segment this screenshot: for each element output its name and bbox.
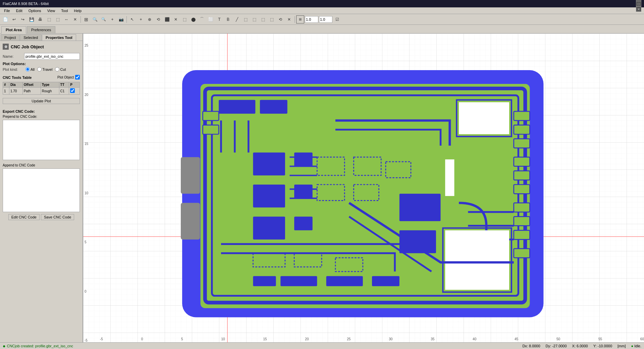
add-btn[interactable]: + [137, 15, 145, 23]
tool7-btn[interactable]: ⬚ [180, 15, 189, 23]
col-num: # [3, 82, 9, 88]
col-tt: TT [59, 82, 69, 88]
y-label-25: 25 [85, 44, 99, 47]
ic-center2 [399, 230, 436, 253]
ic6 [294, 216, 313, 230]
tool15-btn[interactable]: ⬚ [250, 15, 258, 23]
ic4 [294, 153, 313, 166]
radio-cut-input[interactable] [55, 67, 59, 71]
row-p-checkbox[interactable] [70, 88, 75, 93]
radio-travel[interactable]: Travel [37, 67, 52, 71]
idle-status: ● Idle. [631, 344, 641, 348]
menu-view[interactable]: View [45, 8, 58, 13]
plot-object-row: Plot Object [57, 75, 80, 80]
pad-tl2 [260, 100, 287, 114]
new-btn[interactable]: 📄 [1, 15, 9, 23]
grid-lock-btn[interactable]: ☑ [333, 15, 341, 23]
del-btn[interactable]: ✕ [71, 15, 79, 23]
y-label: Y: [593, 344, 597, 348]
main-content: Project Selected Properties Tool ⚙ CNC J… [0, 34, 644, 342]
x-label-10: 10 [221, 337, 225, 341]
select-btn[interactable]: ↖ [128, 15, 136, 23]
save-btn[interactable]: 💾 [28, 15, 36, 23]
toolbar: 📄 ↩ ↪ 💾 🖶 ⬚ ⬚ ↔ ✕ ⊞ 🔍 🔍 + 📷 ↖ + ⊕ ⟲ ⬛ ✕ … [0, 14, 644, 25]
menu-options[interactable]: Options [26, 8, 44, 13]
move-btn[interactable]: ↔ [62, 15, 70, 23]
tool8-btn[interactable]: ⬤ [189, 15, 197, 23]
idle-text: Idle. [634, 344, 641, 348]
cell-type: Rough [41, 88, 59, 95]
bold-tool-btn[interactable]: B [224, 15, 232, 23]
menu-help[interactable]: Help [71, 8, 84, 13]
grid-x-input[interactable] [305, 16, 318, 23]
x-label-0: 0 [141, 337, 143, 341]
print-btn[interactable]: 🖶 [36, 15, 44, 23]
export-section: Export CNC Code: Prepend to CNC Code: Ap… [3, 109, 80, 220]
x-label: X: [572, 344, 576, 348]
hconn-bot2 [280, 276, 317, 286]
zoom-fit-btn[interactable]: ⊞ [82, 15, 90, 23]
name-input[interactable] [24, 53, 80, 60]
tool10-btn[interactable]: ⬜ [207, 15, 215, 23]
tool6-btn[interactable]: ✕ [172, 15, 180, 23]
tab-project[interactable]: Project [1, 34, 19, 41]
zoom-out-btn[interactable]: 🔍 [100, 15, 108, 23]
y-display: Y: -10.0000 [593, 344, 612, 348]
panel-title-text: CNC Job Object [11, 44, 44, 49]
sep1 [80, 16, 81, 23]
tool4-btn[interactable]: ⟲ [154, 15, 162, 23]
grid-y-input[interactable] [319, 16, 332, 23]
tool18-btn[interactable]: ⟲ [276, 15, 284, 23]
prepend-label: Prepend to CNC Code: [3, 115, 80, 118]
text-tool-btn[interactable]: T [215, 15, 223, 23]
tool5-btn[interactable]: ⬛ [163, 15, 171, 23]
menu-edit[interactable]: Edit [13, 8, 25, 13]
status-circle: ● [3, 343, 5, 349]
radio-cut[interactable]: Cut [55, 67, 66, 71]
menu-file[interactable]: File [1, 8, 13, 13]
tool16-btn[interactable]: ⬚ [259, 15, 267, 23]
cam-btn[interactable]: 📷 [117, 15, 125, 23]
copy-btn[interactable]: ⬚ [45, 15, 53, 23]
pad-l2 [203, 125, 219, 134]
tool19-btn[interactable]: ✕ [285, 15, 293, 23]
tools-table-body: 1 1.70 Path Rough C1 [3, 88, 80, 95]
plot-options-label: Plot Options: [3, 62, 80, 66]
line-tool-btn[interactable]: ╱ [233, 15, 241, 23]
ic3 [253, 216, 285, 239]
radio-all-input[interactable] [25, 67, 30, 71]
radio-travel-input[interactable] [37, 67, 42, 71]
save-cnc-button[interactable]: Save CNC Code [41, 214, 74, 220]
dy-display: Dy: -27.0000 [546, 344, 567, 348]
dx-label: Dx: [522, 344, 528, 348]
app-title: FlatCAM 8.908 BETA - 64bit [3, 2, 49, 6]
tool3-btn[interactable]: ⊕ [146, 15, 154, 23]
tab-plot-area[interactable]: Plot Area [1, 26, 26, 34]
zoom-in2-btn[interactable]: + [108, 15, 116, 23]
edit-cnc-button[interactable]: Edit CNC Code [8, 214, 40, 220]
prepend-textarea[interactable] [3, 120, 80, 160]
tab-selected[interactable]: Selected [20, 34, 42, 41]
radio-all[interactable]: All [25, 67, 35, 71]
menu-tool[interactable]: Tool [58, 8, 70, 13]
maximize-button[interactable]: □ [636, 1, 641, 6]
canvas-area[interactable]: 25 20 15 10 5 0 -5 -5 0 5 10 15 20 25 30… [83, 34, 644, 342]
tool9-btn[interactable]: ⌒ [198, 15, 206, 23]
undo-btn[interactable]: ↩ [10, 15, 18, 23]
redo-btn[interactable]: ↪ [19, 15, 27, 23]
paste-btn[interactable]: ⬚ [54, 15, 62, 23]
cell-num: 1 [3, 88, 9, 95]
plot-object-checkbox[interactable] [75, 75, 80, 80]
export-label: Export CNC Code: [3, 109, 80, 113]
tab-preferences[interactable]: Preferences [27, 26, 55, 33]
tab-properties-tool[interactable]: Properties Tool [42, 34, 76, 41]
tool14-btn[interactable]: ⬚ [241, 15, 250, 23]
append-textarea[interactable] [3, 168, 80, 212]
zoom-in1-btn[interactable]: 🔍 [91, 15, 99, 23]
cell-p[interactable] [69, 88, 80, 95]
grid-btn[interactable]: ⊞ [296, 15, 304, 23]
close-button[interactable]: ✕ [636, 6, 641, 12]
tool17-btn[interactable]: ⬚ [268, 15, 276, 23]
conn-left [181, 157, 200, 194]
update-plot-button[interactable]: Update Plot [3, 98, 80, 104]
